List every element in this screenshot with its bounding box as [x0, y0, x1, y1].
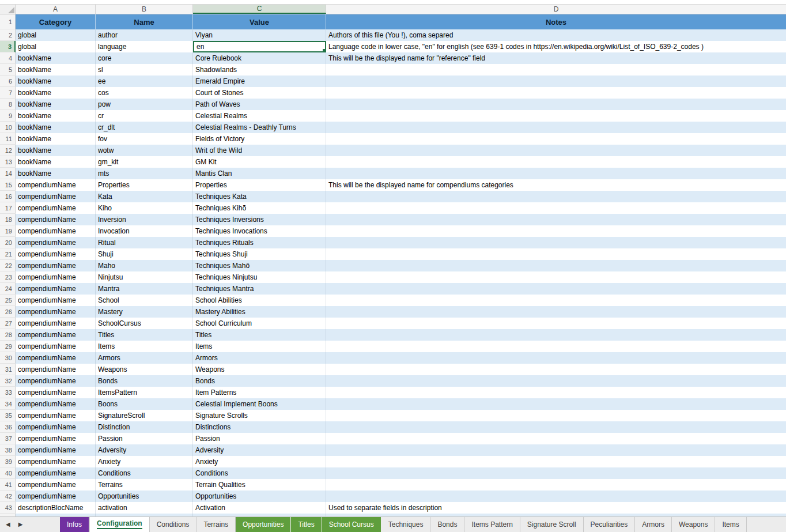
cell-D33[interactable] [326, 387, 786, 398]
column-header-D[interactable]: D [326, 5, 786, 14]
cell-C43[interactable]: Activation [193, 502, 326, 514]
cell-B14[interactable]: mts [96, 168, 193, 179]
cell-C2[interactable]: Vlyan [193, 29, 326, 41]
row-header-34[interactable]: 34 [0, 398, 16, 410]
row-header-31[interactable]: 31 [0, 364, 16, 375]
cell-A39[interactable]: compendiumName [16, 456, 96, 467]
header-cell-notes[interactable]: Notes [326, 14, 786, 29]
cell-C27[interactable]: School Curriculum [193, 318, 326, 329]
cell-B32[interactable]: Bonds [96, 375, 193, 387]
sheet-tab-items[interactable]: Items [715, 517, 746, 532]
cell-D40[interactable] [326, 467, 786, 479]
row-header-28[interactable]: 28 [0, 329, 16, 341]
cell-B18[interactable]: Inversion [96, 214, 193, 225]
cell-C39[interactable]: Anxiety [193, 456, 326, 467]
cell-A29[interactable]: compendiumName [16, 341, 96, 352]
cell-A24[interactable]: compendiumName [16, 283, 96, 295]
cell-A14[interactable]: bookName [16, 168, 96, 179]
cell-B43[interactable]: activation [96, 502, 193, 514]
row-header-38[interactable]: 38 [0, 444, 16, 456]
cell-C21[interactable]: Techniques Shuji [193, 248, 326, 260]
cell-A2[interactable]: global [16, 29, 96, 41]
cell-B20[interactable]: Ritual [96, 237, 193, 248]
cell-B41[interactable]: Terrains [96, 479, 193, 491]
cell-B30[interactable]: Armors [96, 352, 193, 364]
cell-C26[interactable]: Mastery Abilities [193, 306, 326, 318]
cell-C4[interactable]: Core Rulebook [193, 52, 326, 64]
cell-A20[interactable]: compendiumName [16, 237, 96, 248]
cell-B27[interactable]: SchoolCursus [96, 318, 193, 329]
cell-D14[interactable] [326, 168, 786, 179]
cell-A26[interactable]: compendiumName [16, 306, 96, 318]
cell-B21[interactable]: Shuji [96, 248, 193, 260]
cell-A43[interactable]: descriptionBlocName [16, 502, 96, 514]
row-header-13[interactable]: 13 [0, 156, 16, 168]
cell-A38[interactable]: compendiumName [16, 444, 96, 456]
row-header-43[interactable]: 43 [0, 502, 16, 514]
cell-C35[interactable]: Signature Scrolls [193, 410, 326, 421]
row-header-12[interactable]: 12 [0, 145, 16, 156]
row-header-36[interactable]: 36 [0, 421, 16, 433]
cell-D22[interactable] [326, 260, 786, 271]
cell-D41[interactable] [326, 479, 786, 491]
sheet-tab-titles[interactable]: Titles [291, 517, 322, 532]
cell-A23[interactable]: compendiumName [16, 271, 96, 283]
cell-B2[interactable]: author [96, 29, 193, 41]
cell-B11[interactable]: fov [96, 133, 193, 145]
cell-A19[interactable]: compendiumName [16, 225, 96, 237]
cell-B10[interactable]: cr_dlt [96, 122, 193, 133]
cell-B28[interactable]: Titles [96, 329, 193, 341]
cell-A15[interactable]: compendiumName [16, 179, 96, 191]
cell-A16[interactable]: compendiumName [16, 191, 96, 202]
cell-C34[interactable]: Celestial Implement Boons [193, 398, 326, 410]
cell-C18[interactable]: Techniques Inversions [193, 214, 326, 225]
row-header-32[interactable]: 32 [0, 375, 16, 387]
cell-A4[interactable]: bookName [16, 52, 96, 64]
cell-B35[interactable]: SignatureScroll [96, 410, 193, 421]
sheet-tab-infos[interactable]: Infos [60, 517, 89, 532]
row-header-30[interactable]: 30 [0, 352, 16, 364]
row-header-40[interactable]: 40 [0, 467, 16, 479]
cell-D26[interactable] [326, 306, 786, 318]
cell-B13[interactable]: gm_kit [96, 156, 193, 168]
row-header-21[interactable]: 21 [0, 248, 16, 260]
sheet-tab-weapons[interactable]: Weapons [672, 517, 715, 532]
cell-C16[interactable]: Techniques Kata [193, 191, 326, 202]
cell-A6[interactable]: bookName [16, 76, 96, 87]
cell-A41[interactable]: compendiumName [16, 479, 96, 491]
cell-B22[interactable]: Maho [96, 260, 193, 271]
sheet-tab-armors[interactable]: Armors [635, 517, 672, 532]
sheet-tab-school-cursus[interactable]: School Cursus [322, 517, 381, 532]
cell-A27[interactable]: compendiumName [16, 318, 96, 329]
cell-B8[interactable]: pow [96, 99, 193, 110]
prev-sheet-icon[interactable]: ◀ [6, 522, 10, 527]
cell-C25[interactable]: School Abilities [193, 295, 326, 306]
cell-D39[interactable] [326, 456, 786, 467]
row-header-1[interactable]: 1 [0, 14, 16, 29]
cell-D34[interactable] [326, 398, 786, 410]
cell-D18[interactable] [326, 214, 786, 225]
cell-A44[interactable] [16, 514, 96, 516]
row-header-26[interactable]: 26 [0, 306, 16, 318]
cell-C40[interactable]: Conditions [193, 467, 326, 479]
cell-B25[interactable]: School [96, 295, 193, 306]
cell-C17[interactable]: Techniques Kihõ [193, 202, 326, 214]
cell-B26[interactable]: Mastery [96, 306, 193, 318]
cell-A18[interactable]: compendiumName [16, 214, 96, 225]
cell-B38[interactable]: Adversity [96, 444, 193, 456]
cell-C15[interactable]: Properties [193, 179, 326, 191]
row-header-20[interactable]: 20 [0, 237, 16, 248]
cell-D24[interactable] [326, 283, 786, 295]
cell-D3[interactable]: Language code in lower case, "en" for en… [326, 41, 786, 52]
sheet-tab-peculiarities[interactable]: Peculiarities [584, 517, 636, 532]
select-all-corner[interactable] [0, 5, 16, 14]
sheet-tab-bonds[interactable]: Bonds [430, 517, 464, 532]
sheet-tab-configuration[interactable]: Configuration [89, 517, 150, 532]
cell-B29[interactable]: Items [96, 341, 193, 352]
cell-A25[interactable]: compendiumName [16, 295, 96, 306]
row-header-10[interactable]: 10 [0, 122, 16, 133]
cell-D29[interactable] [326, 341, 786, 352]
cell-C10[interactable]: Celestial Realms - Deathly Turns [193, 122, 326, 133]
row-header-17[interactable]: 17 [0, 202, 16, 214]
cell-A3[interactable]: global [16, 41, 96, 52]
